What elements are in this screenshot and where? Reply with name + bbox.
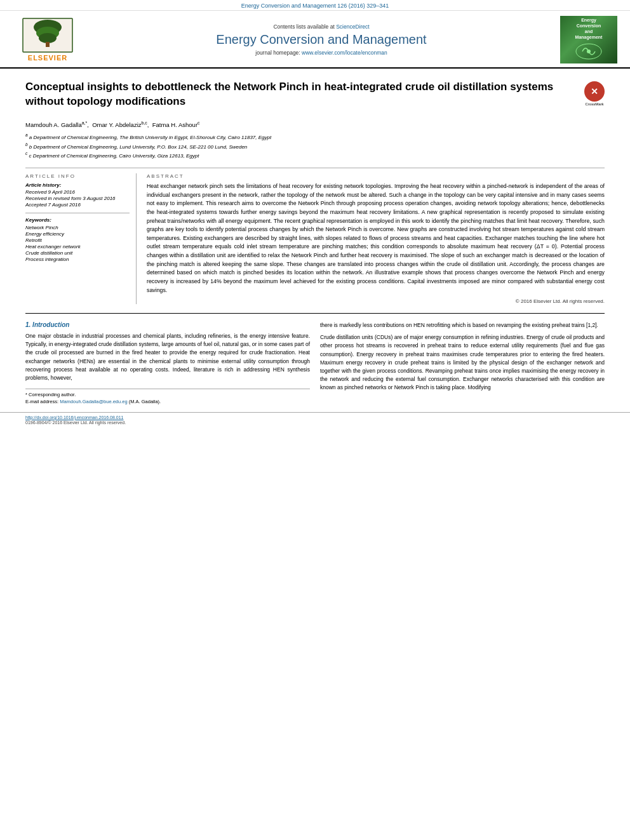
contents-prefix: Contents lists available at <box>273 23 336 30</box>
author-abdelaziz: Omar Y. Abdelaziz <box>92 121 141 128</box>
article-info-label: ARTICLE INFO <box>25 173 130 179</box>
affiliation-a: a a Department of Chemical Engineering, … <box>25 132 605 142</box>
keyword-2: Energy efficiency <box>25 231 130 237</box>
elsevier-tree-svg <box>22 18 73 53</box>
journal-title: Energy Conversion and Management <box>83 32 560 47</box>
elsevier-brand-text: ELSEVIER <box>28 54 67 62</box>
journal-reference-text: Energy Conversion and Management 126 (20… <box>241 3 389 9</box>
introduction-section: 1. Introduction One major obstacle in in… <box>25 321 605 406</box>
author-ashour: Fatma H. Ashour <box>152 121 198 128</box>
intro-left-column: 1. Introduction One major obstacle in in… <box>25 321 310 406</box>
email-link[interactable]: Mamdouh.Gadalla@bue.edu.eg <box>60 399 127 404</box>
history-title: Article history: <box>25 182 130 188</box>
keyword-3: Retrofit <box>25 237 130 243</box>
crossmark-badge: ✕ CrossMark <box>584 81 605 106</box>
svg-rect-4 <box>46 42 50 47</box>
corr-author-label: * Corresponding author. <box>25 392 76 397</box>
abstract-column: ABSTRACT Heat exchanger network pinch se… <box>147 173 605 304</box>
issn-line: 0196-8904/© 2016 Elsevier Ltd. All right… <box>25 420 605 425</box>
copyright-line: © 2016 Elsevier Ltd. All rights reserved… <box>147 298 605 304</box>
article-history: Article history: Received 9 April 2016 R… <box>25 182 130 208</box>
article-title: Conceptual insights to debottleneck the … <box>25 80 578 109</box>
crossmark-icon: ✕ <box>584 81 605 102</box>
homepage-url-link[interactable]: www.elsevier.com/locate/enconman <box>302 50 387 56</box>
revised-date: Received in revised form 3 August 2016 <box>25 196 130 201</box>
author-gadalla: Mamdouh A. Gadalla <box>25 121 82 128</box>
doi-line: http://dx.doi.org/10.1016/j.enconman.201… <box>25 415 605 420</box>
contents-available: Contents lists available at ScienceDirec… <box>83 23 560 30</box>
intro-para-right-1: there is markedly less contributions on … <box>320 321 605 330</box>
affiliation-b: b b Department of Chemical Engineering, … <box>25 142 605 151</box>
info-divider <box>25 213 130 213</box>
authors-line: Mamdouh A. Gadallaa,*, Omar Y. Abdelaziz… <box>25 121 605 128</box>
journal-reference-bar: Energy Conversion and Management 126 (20… <box>0 0 630 11</box>
article-info-abstract: ARTICLE INFO Article history: Received 9… <box>25 168 605 304</box>
keyword-4: Heat exchanger network <box>25 244 130 250</box>
intro-para-right-2: Crude distillation units (CDUs) are of m… <box>320 333 605 392</box>
abstract-label: ABSTRACT <box>147 173 605 179</box>
doi-link[interactable]: http://dx.doi.org/10.1016/j.enconman.201… <box>25 415 124 420</box>
keyword-1: Network Pinch <box>25 225 130 230</box>
intro-heading: 1. Introduction <box>25 321 310 328</box>
keyword-6: Process integration <box>25 257 130 262</box>
journal-header: ELSEVIER Contents lists available at Sci… <box>0 11 630 69</box>
email-label: E-mail address: <box>25 399 58 404</box>
email-note: E-mail address: Mamdouh.Gadalla@bue.edu.… <box>25 399 310 406</box>
article-info-column: ARTICLE INFO Article history: Received 9… <box>25 173 137 304</box>
main-content: Conceptual insights to debottleneck the … <box>0 69 630 412</box>
keywords-title: Keywords: <box>25 217 130 223</box>
homepage-line: journal homepage: www.elsevier.com/locat… <box>83 50 560 56</box>
email-suffix: (M.A. Gadalla). <box>129 399 161 404</box>
intro-right-column: there is markedly less contributions on … <box>320 321 605 406</box>
affiliation-c: c c Department of Chemical Engineering, … <box>25 150 605 160</box>
footnote-area: * Corresponding author. E-mail address: … <box>25 389 310 406</box>
sciencedirect-link[interactable]: ScienceDirect <box>336 23 369 30</box>
affiliations: a a Department of Chemical Engineering, … <box>25 132 605 160</box>
keywords-section: Keywords: Network Pinch Energy efficienc… <box>25 217 130 262</box>
received-date: Received 9 April 2016 <box>25 189 130 195</box>
svg-point-3 <box>39 33 57 43</box>
corresponding-author-note: * Corresponding author. <box>25 392 310 399</box>
journal-center-info: Contents lists available at ScienceDirec… <box>83 23 560 56</box>
journal-cover-image: Energy Conversion and Management <box>560 16 617 63</box>
accepted-date: Accepted 7 August 2016 <box>25 202 130 208</box>
abstract-text: Heat exchanger network pinch sets the li… <box>147 182 605 295</box>
svg-point-7 <box>587 50 591 53</box>
keyword-5: Crude distillation unit <box>25 250 130 256</box>
section-divider <box>25 313 605 314</box>
elsevier-logo: ELSEVIER <box>13 18 83 62</box>
intro-para-1: One major obstacle in industrial process… <box>25 332 310 382</box>
bottom-bar: http://dx.doi.org/10.1016/j.enconman.201… <box>0 412 630 427</box>
cover-logo-text: Energy Conversion and Management <box>572 16 606 63</box>
